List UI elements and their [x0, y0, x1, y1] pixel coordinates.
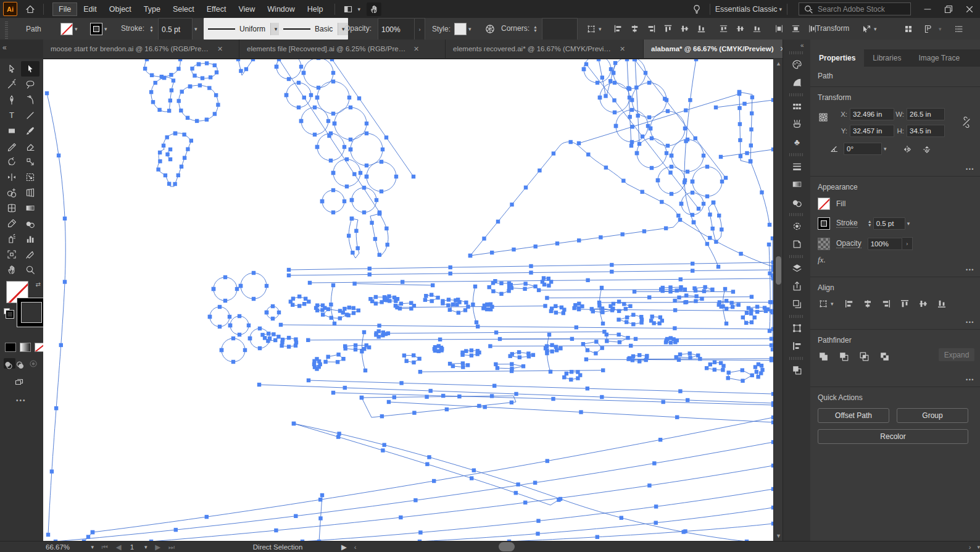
tool-eyedropper[interactable]	[2, 215, 21, 231]
menu-select[interactable]: Select	[167, 2, 201, 16]
tool-lasso[interactable]	[21, 77, 39, 92]
close-tab-icon[interactable]: ✕	[413, 45, 419, 53]
document-tab-1[interactable]: moose start for brendon.ai @ 16.67% (RGB…	[43, 40, 239, 58]
status-expand-icon[interactable]: ▶	[341, 543, 347, 551]
panel-icon-graphic-styles[interactable]	[783, 235, 810, 253]
stroke-swatch[interactable]	[17, 298, 46, 327]
appearance-stroke-swatch[interactable]	[818, 217, 830, 230]
panel-icon-brushes[interactable]	[783, 115, 810, 133]
chevron-down-icon[interactable]: ▾	[358, 6, 361, 12]
tool-paintbrush[interactable]	[21, 123, 39, 138]
horizontal-scroll-thumb[interactable]	[499, 542, 515, 551]
menu-help[interactable]: Help	[301, 2, 330, 16]
opacity-field[interactable]: 100%	[378, 18, 415, 41]
panel-menu-icon[interactable]	[953, 18, 965, 40]
panel-icon-align[interactable]	[783, 337, 810, 355]
pathfinder-exclude-icon[interactable]	[879, 351, 891, 362]
stroke-link-label[interactable]: Stroke	[836, 219, 858, 228]
artboard-dropdown-icon[interactable]: ▾	[144, 544, 147, 550]
tool-direct-selection[interactable]	[21, 61, 39, 77]
opacity-label[interactable]: Opacity:	[344, 18, 372, 40]
draw-behind-icon[interactable]	[15, 358, 27, 369]
opacity-link-label[interactable]: Opacity	[836, 240, 862, 248]
more-options-icon[interactable]: •••	[966, 319, 974, 325]
tool-rotate[interactable]	[2, 154, 21, 169]
transform-label[interactable]: Transform	[816, 18, 849, 40]
tool-selection[interactable]	[2, 61, 21, 77]
opacity-arrow-button[interactable]: ›	[415, 18, 425, 41]
tool-pen[interactable]	[2, 92, 21, 107]
opacity-swatch[interactable]	[818, 238, 830, 250]
brush-definition-dropdown[interactable]: Basic▾	[279, 18, 348, 40]
arrange-documents-icon[interactable]	[340, 2, 356, 16]
graphic-style-swatch[interactable]: ▾	[454, 18, 471, 40]
h-field[interactable]: 34.5 in	[907, 125, 945, 137]
anchor-point-options-icon[interactable]: ▾	[586, 18, 602, 40]
artboard-canvas[interactable]	[43, 59, 773, 542]
tool-curvature[interactable]	[21, 92, 39, 107]
change-screen-mode-icon[interactable]	[14, 377, 25, 388]
align-alignB-icon[interactable]	[696, 23, 707, 34]
workspace-switcher[interactable]: Essentials Classic ▾	[715, 5, 782, 14]
appearance-opacity-field[interactable]: 100%	[868, 238, 902, 250]
tool-symbol-sprayer[interactable]	[2, 231, 21, 246]
chevron-down-icon[interactable]: ▾	[907, 220, 910, 227]
panel-icon-symbols[interactable]: ♣	[783, 133, 810, 151]
corners-stepper[interactable]: ▲▼	[533, 18, 539, 40]
expand-panels-icon[interactable]: ‹‹	[800, 42, 804, 49]
document-tab-4[interactable]: alabama* @ 66.67% (CMYK/Preview) ✕	[644, 40, 800, 58]
align-distM-icon[interactable]	[735, 23, 745, 34]
edit-toolbar-icon[interactable]: •••	[16, 397, 27, 404]
panel-icon-transparency[interactable]	[783, 193, 810, 211]
tool-width[interactable]	[2, 169, 21, 185]
align-bottom-icon[interactable]	[936, 298, 947, 309]
panel-icon-stroke[interactable]	[783, 157, 810, 175]
align-left-icon[interactable]	[844, 298, 855, 309]
reference-point-icon[interactable]	[818, 112, 829, 123]
variable-width-profile-dropdown[interactable]: Uniform▾	[204, 18, 281, 40]
panel-icon-color[interactable]	[783, 56, 810, 73]
stroke-weight-stepper[interactable]: ▲▼	[149, 18, 155, 40]
stroke-color-swatch[interactable]: ▾	[90, 18, 107, 40]
tool-scale[interactable]	[21, 154, 39, 169]
align-alignC-icon[interactable]	[629, 23, 640, 34]
artboard-number-field[interactable]: 1	[130, 543, 134, 551]
isolate-selected-object-icon[interactable]: ▾	[861, 18, 877, 40]
tool-blend[interactable]	[21, 215, 39, 231]
align-alignR-icon[interactable]	[646, 23, 657, 34]
panel-icon-gradient[interactable]	[783, 175, 810, 193]
adobe-stock-search-input[interactable]: Search Adobe Stock	[799, 2, 911, 15]
more-options-icon[interactable]: •••	[966, 166, 974, 172]
recolor-artwork-icon[interactable]	[484, 18, 496, 40]
vertical-scroll-thumb[interactable]	[776, 256, 781, 285]
tool-perspective-grid[interactable]	[21, 185, 39, 200]
collapse-toolbar-icon[interactable]: «	[2, 43, 7, 52]
scroll-left-icon[interactable]: ‹	[354, 543, 357, 551]
panel-icon-swatches[interactable]	[783, 98, 810, 115]
first-artboard-icon[interactable]: ⏮	[102, 543, 108, 551]
tab-properties[interactable]: Properties	[810, 49, 864, 67]
align-alignM-icon[interactable]	[679, 23, 690, 34]
color-button[interactable]	[5, 343, 16, 352]
menu-window[interactable]: Window	[261, 2, 301, 16]
align-middle-icon[interactable]	[918, 298, 929, 309]
menu-object[interactable]: Object	[103, 2, 138, 16]
corners-field[interactable]	[542, 18, 578, 41]
swap-fill-stroke-icon[interactable]: ⇄	[36, 281, 41, 288]
tool-rectangle[interactable]	[2, 123, 21, 138]
panel-icon-color-guide[interactable]	[783, 73, 810, 91]
next-artboard-icon[interactable]: ▶	[155, 543, 160, 551]
tool-shape-builder[interactable]	[2, 185, 21, 200]
tool-zoom[interactable]	[21, 262, 39, 277]
menu-edit[interactable]: Edit	[77, 2, 103, 16]
align-alignT-icon[interactable]	[663, 23, 673, 34]
zoom-level-field[interactable]: 66.67%	[46, 543, 89, 551]
tool-artboard[interactable]	[2, 246, 21, 262]
panel-icon-artboards[interactable]	[783, 295, 810, 313]
tool-graph[interactable]	[21, 231, 39, 246]
scroll-up-icon[interactable]: ▲	[774, 61, 783, 67]
draw-inside-icon[interactable]	[27, 358, 39, 369]
opacity-arrow-button[interactable]: ›	[902, 237, 913, 250]
link-dimensions-icon[interactable]	[961, 117, 972, 128]
corners-label[interactable]: Corners:	[501, 18, 529, 40]
